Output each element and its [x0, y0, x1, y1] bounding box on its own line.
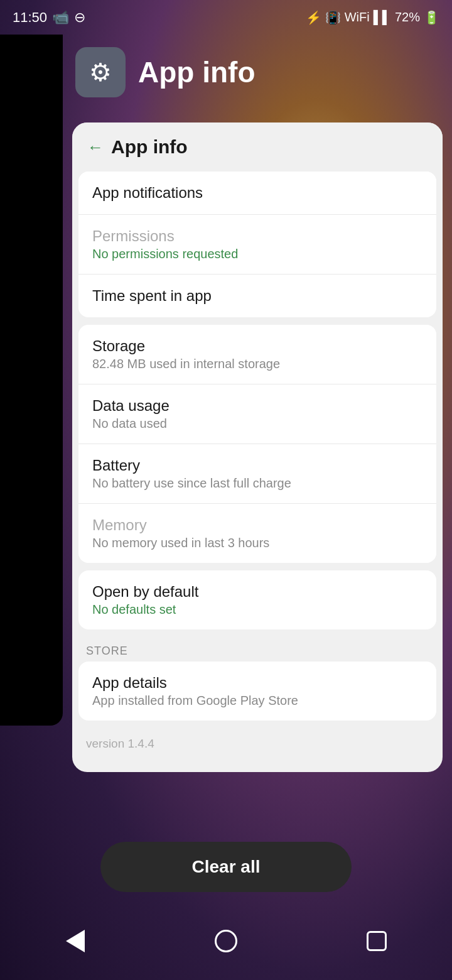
time-display: 11:50 — [13, 9, 47, 26]
open-by-default-title: Open by default — [92, 583, 422, 601]
card-header: ← App info — [72, 122, 443, 172]
app-notifications-title: App notifications — [92, 184, 422, 202]
storage-title: Storage — [92, 337, 422, 355]
vibrate-icon: 📳 — [325, 10, 341, 25]
back-icon[interactable]: ← — [87, 138, 104, 157]
app-details-subtitle: App installed from Google Play Store — [92, 694, 422, 708]
memory-title: Memory — [92, 516, 422, 534]
app-notifications-item[interactable]: App notifications — [78, 172, 436, 215]
app-header: ⚙ App info — [0, 35, 452, 116]
card-title: App info — [111, 136, 188, 158]
left-panel — [0, 35, 63, 726]
battery-percent: 72% — [395, 10, 420, 24]
memory-subtitle: No memory used in last 3 hours — [92, 536, 422, 550]
wifi-icon: WiFi — [345, 10, 370, 24]
version-text: version 1.4.4 — [72, 728, 443, 760]
section-4: App details App installed from Google Pl… — [78, 662, 436, 721]
status-left: 11:50 📹 ⊖ — [13, 9, 85, 26]
memory-item[interactable]: Memory No memory used in last 3 hours — [78, 504, 436, 563]
clear-all-button[interactable]: Clear all — [100, 842, 352, 892]
battery-title: Battery — [92, 457, 422, 474]
main-card: ← App info App notifications Permissions… — [72, 122, 443, 772]
app-details-title: App details — [92, 674, 422, 692]
bottom-nav — [0, 911, 452, 980]
back-nav-icon — [66, 930, 85, 952]
section-1: App notifications Permissions No permiss… — [78, 172, 436, 317]
section-2: Storage 82.48 MB used in internal storag… — [78, 325, 436, 563]
permissions-title: Permissions — [92, 227, 422, 245]
battery-icon: 🔋 — [424, 10, 439, 25]
clear-all-label: Clear all — [192, 857, 261, 877]
open-by-default-item[interactable]: Open by default No defaults set — [78, 570, 436, 629]
permissions-item[interactable]: Permissions No permissions requested — [78, 215, 436, 275]
status-bar: 11:50 📹 ⊖ ⚡ 📳 WiFi ▌▌ 72% 🔋 — [0, 0, 452, 35]
battery-item[interactable]: Battery No battery use since last full c… — [78, 444, 436, 504]
time-spent-title: Time spent in app — [92, 287, 422, 305]
app-details-item[interactable]: App details App installed from Google Pl… — [78, 662, 436, 721]
signal-icon: ▌▌ — [374, 10, 391, 24]
battery-subtitle: No battery use since last full charge — [92, 476, 422, 491]
section-3: Open by default No defaults set — [78, 570, 436, 629]
storage-subtitle: 82.48 MB used in internal storage — [92, 357, 422, 371]
home-nav-button[interactable] — [210, 925, 242, 957]
data-usage-subtitle: No data used — [92, 416, 422, 431]
recents-nav-button[interactable] — [361, 925, 392, 957]
app-icon: ⚙ — [75, 47, 126, 97]
storage-item[interactable]: Storage 82.48 MB used in internal storag… — [78, 325, 436, 384]
data-usage-item[interactable]: Data usage No data used — [78, 384, 436, 444]
recents-nav-icon — [367, 931, 387, 951]
time-spent-item[interactable]: Time spent in app — [78, 275, 436, 317]
bluetooth-icon: ⚡ — [306, 10, 321, 25]
open-by-default-subtitle: No defaults set — [92, 602, 422, 617]
permissions-subtitle: No permissions requested — [92, 247, 422, 261]
home-nav-icon — [215, 930, 237, 952]
app-header-title: App info — [138, 55, 256, 89]
back-nav-button[interactable] — [60, 925, 91, 957]
battery-saver-icon: ⊖ — [74, 9, 85, 26]
store-label: STORE — [72, 637, 443, 662]
status-right: ⚡ 📳 WiFi ▌▌ 72% 🔋 — [306, 10, 439, 25]
camera-icon: 📹 — [52, 9, 69, 26]
data-usage-title: Data usage — [92, 397, 422, 415]
